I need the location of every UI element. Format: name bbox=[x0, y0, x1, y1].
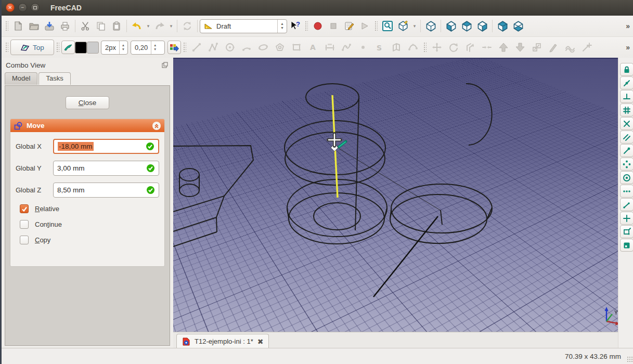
line-width-spinbox[interactable]: 2px ▲▼ bbox=[101, 41, 128, 55]
snap-midpoint-button[interactable] bbox=[620, 90, 633, 103]
undo-button[interactable] bbox=[129, 18, 145, 34]
macro-stop-button[interactable] bbox=[326, 18, 341, 34]
toggle-grid-button[interactable] bbox=[620, 239, 633, 252]
wireframe-arc[interactable] bbox=[466, 84, 492, 145]
global-z-input[interactable]: 8,50 mm bbox=[53, 183, 159, 198]
relative-checkbox-label[interactable]: Relative bbox=[35, 205, 59, 213]
copy-checkbox-label[interactable]: Copy bbox=[35, 236, 50, 244]
toolbar-grip[interactable] bbox=[5, 21, 8, 31]
refresh-button[interactable] bbox=[179, 18, 195, 34]
draft-trim-button[interactable] bbox=[479, 40, 495, 55]
fit-all-button[interactable] bbox=[380, 18, 395, 34]
window-close-button[interactable]: ✕ bbox=[6, 3, 15, 12]
toolbar-grip[interactable] bbox=[305, 21, 308, 31]
panel-float-button[interactable] bbox=[161, 61, 169, 69]
draw-style-button[interactable] bbox=[395, 18, 411, 34]
toolbar-overflow-button[interactable]: » bbox=[626, 22, 633, 30]
new-document-button[interactable] bbox=[10, 18, 26, 34]
snap-lock-button[interactable] bbox=[620, 63, 633, 76]
global-y-input[interactable]: 3,00 mm bbox=[53, 161, 159, 176]
continue-checkbox-label[interactable]: Continue bbox=[35, 220, 62, 228]
open-document-button[interactable] bbox=[26, 18, 42, 34]
snap-endpoint-button[interactable] bbox=[620, 76, 633, 89]
draft-downgrade-button[interactable] bbox=[512, 40, 528, 55]
draft-circle-button[interactable] bbox=[222, 40, 238, 55]
collapse-task-button[interactable] bbox=[152, 122, 161, 130]
undo-dropdown[interactable]: ▾ bbox=[145, 18, 152, 34]
toggle-construction-button[interactable] bbox=[61, 41, 75, 54]
copy-button[interactable] bbox=[93, 18, 109, 34]
toolbar-grip[interactable] bbox=[5, 42, 8, 53]
view-rear-button[interactable] bbox=[495, 18, 510, 34]
draft-ellipse-button[interactable] bbox=[255, 40, 272, 55]
global-x-input[interactable]: -18,00 mm bbox=[53, 139, 159, 154]
view-top-button[interactable] bbox=[459, 18, 474, 34]
tab-tasks[interactable]: Tasks bbox=[38, 72, 70, 85]
view-right-button[interactable] bbox=[474, 18, 490, 34]
move-task-header[interactable]: Move bbox=[10, 119, 164, 132]
toolbar-grip[interactable] bbox=[423, 42, 427, 53]
draft-upgrade-button[interactable] bbox=[495, 40, 512, 55]
draft-add-point-button[interactable] bbox=[578, 40, 595, 55]
draw-style-dropdown[interactable]: ▾ bbox=[411, 18, 418, 34]
spin-arrows-icon[interactable]: ▲▼ bbox=[119, 41, 127, 54]
snap-grid-button[interactable] bbox=[620, 103, 633, 116]
relative-checkbox[interactable] bbox=[20, 204, 29, 213]
draft-edit-button[interactable] bbox=[545, 40, 562, 55]
tab-model[interactable]: Model bbox=[5, 72, 37, 85]
cut-button[interactable] bbox=[77, 18, 93, 34]
face-color-swatch[interactable] bbox=[87, 42, 99, 54]
draft-point-button[interactable] bbox=[355, 40, 371, 55]
toolbar-grip[interactable] bbox=[183, 42, 186, 53]
draft-rotate-button[interactable] bbox=[445, 40, 462, 55]
draft-bspline-button[interactable] bbox=[338, 40, 355, 55]
save-button[interactable] bbox=[42, 18, 57, 34]
snap-near-button[interactable] bbox=[620, 144, 633, 157]
draft-move-button[interactable] bbox=[429, 40, 445, 55]
view-front-button[interactable] bbox=[443, 18, 459, 34]
snap-intersection-button[interactable] bbox=[620, 117, 633, 130]
working-plane-button[interactable]: Top bbox=[10, 40, 54, 55]
snap-ortho-button[interactable] bbox=[620, 212, 633, 225]
snap-center-button[interactable] bbox=[620, 171, 633, 184]
macro-record-button[interactable] bbox=[310, 18, 326, 34]
draft-text-button[interactable]: A bbox=[305, 40, 321, 55]
toolbar-grip[interactable] bbox=[56, 42, 59, 53]
spin-arrows-icon[interactable]: ▲▼ bbox=[151, 41, 159, 54]
draft-join-button[interactable] bbox=[562, 40, 578, 55]
draft-arc-button[interactable] bbox=[238, 40, 255, 55]
draft-polyline-button[interactable] bbox=[205, 40, 222, 55]
macro-play-button[interactable] bbox=[357, 18, 372, 34]
draft-rectangle-button[interactable] bbox=[288, 40, 305, 55]
whats-this-button[interactable]: ? bbox=[287, 18, 303, 34]
redo-button[interactable] bbox=[152, 18, 167, 34]
toolbar-overflow-button[interactable]: » bbox=[626, 43, 633, 51]
toolbar-grip[interactable] bbox=[374, 21, 378, 31]
view-axonometric-button[interactable] bbox=[423, 18, 438, 34]
print-button[interactable] bbox=[57, 18, 73, 34]
draft-bezier-button[interactable] bbox=[405, 40, 421, 55]
window-maximize-button[interactable] bbox=[31, 3, 40, 12]
continue-checkbox[interactable] bbox=[20, 220, 29, 229]
draft-polygon-button[interactable] bbox=[272, 40, 288, 55]
global-scale-spinbox[interactable]: 0,20 ▲▼ bbox=[131, 41, 165, 55]
line-color-swatch[interactable] bbox=[75, 42, 87, 54]
view-bottom-button[interactable] bbox=[510, 18, 526, 34]
3d-viewport[interactable]: Y X bbox=[173, 58, 618, 332]
snap-working-plane-button[interactable] bbox=[620, 225, 633, 238]
copy-checkbox[interactable] bbox=[20, 236, 29, 244]
snap-parallel-button[interactable] bbox=[620, 131, 633, 144]
document-tab[interactable]: T12-ejemplo-ini : 1* ✖ bbox=[176, 334, 269, 348]
window-resize-grip[interactable] bbox=[627, 356, 633, 362]
redo-dropdown[interactable]: ▾ bbox=[167, 18, 175, 34]
draft-scale-button[interactable] bbox=[528, 40, 545, 55]
snap-special-button[interactable] bbox=[620, 158, 633, 171]
draft-line-button[interactable] bbox=[188, 40, 205, 55]
close-task-button[interactable]: Close bbox=[66, 96, 110, 109]
window-minimize-button[interactable]: − bbox=[18, 3, 27, 12]
draft-dimension-button[interactable] bbox=[321, 40, 338, 55]
document-tab-close-icon[interactable]: ✖ bbox=[257, 337, 264, 346]
snap-dimensions-button[interactable] bbox=[620, 185, 633, 198]
draft-offset-button[interactable] bbox=[462, 40, 479, 55]
macro-edit-button[interactable] bbox=[341, 18, 357, 34]
